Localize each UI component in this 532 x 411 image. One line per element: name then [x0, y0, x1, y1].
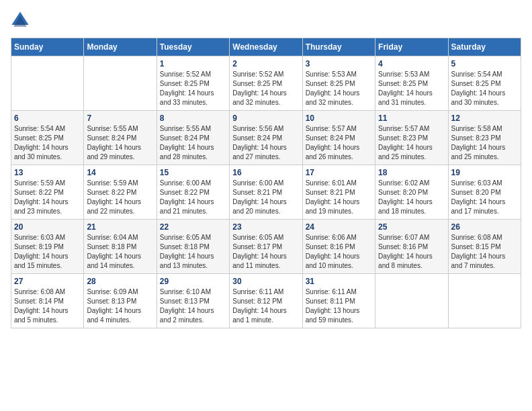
calendar-cell — [84, 56, 157, 111]
day-info: Sunrise: 6:09 AM Sunset: 8:13 PM Dayligh… — [87, 287, 153, 325]
calendar-cell: 29Sunrise: 6:10 AM Sunset: 8:13 PM Dayli… — [157, 274, 229, 328]
day-info: Sunrise: 5:53 AM Sunset: 8:25 PM Dayligh… — [378, 70, 445, 107]
calendar-cell: 12Sunrise: 5:58 AM Sunset: 8:23 PM Dayli… — [448, 111, 521, 165]
weekday-header-tuesday: Tuesday — [157, 38, 229, 56]
day-info: Sunrise: 5:58 AM Sunset: 8:23 PM Dayligh… — [451, 124, 518, 162]
day-info: Sunrise: 6:07 AM Sunset: 8:16 PM Dayligh… — [378, 233, 445, 271]
day-number: 1 — [160, 59, 226, 68]
day-number: 22 — [160, 222, 226, 232]
weekday-header-sunday: Sunday — [11, 38, 84, 56]
day-info: Sunrise: 6:00 AM Sunset: 8:22 PM Dayligh… — [160, 179, 226, 216]
calendar-cell: 24Sunrise: 6:06 AM Sunset: 8:16 PM Dayli… — [302, 220, 375, 274]
calendar-cell: 3Sunrise: 5:53 AM Sunset: 8:25 PM Daylig… — [302, 56, 375, 111]
calendar-week-1: 1Sunrise: 5:52 AM Sunset: 8:25 PM Daylig… — [11, 56, 521, 111]
day-info: Sunrise: 5:54 AM Sunset: 8:25 PM Dayligh… — [14, 124, 81, 162]
day-number: 14 — [87, 168, 153, 177]
day-info: Sunrise: 6:00 AM Sunset: 8:21 PM Dayligh… — [232, 179, 299, 216]
calendar-cell: 1Sunrise: 5:52 AM Sunset: 8:25 PM Daylig… — [157, 56, 229, 111]
calendar-cell: 6Sunrise: 5:54 AM Sunset: 8:25 PM Daylig… — [11, 111, 84, 165]
logo — [11, 11, 32, 30]
calendar-cell: 16Sunrise: 6:00 AM Sunset: 8:21 PM Dayli… — [230, 165, 302, 220]
day-number: 26 — [451, 222, 518, 232]
day-info: Sunrise: 5:54 AM Sunset: 8:25 PM Dayligh… — [451, 70, 518, 107]
calendar-cell: 4Sunrise: 5:53 AM Sunset: 8:25 PM Daylig… — [375, 56, 448, 111]
day-number: 4 — [378, 59, 445, 68]
calendar-cell: 28Sunrise: 6:09 AM Sunset: 8:13 PM Dayli… — [84, 274, 157, 328]
calendar-cell — [11, 56, 84, 111]
day-number: 23 — [232, 222, 299, 232]
calendar-cell: 7Sunrise: 5:55 AM Sunset: 8:24 PM Daylig… — [84, 111, 157, 165]
calendar-cell: 14Sunrise: 5:59 AM Sunset: 8:22 PM Dayli… — [84, 165, 157, 220]
weekday-header-wednesday: Wednesday — [230, 38, 302, 56]
calendar-cell: 20Sunrise: 6:03 AM Sunset: 8:19 PM Dayli… — [11, 220, 84, 274]
day-info: Sunrise: 6:10 AM Sunset: 8:13 PM Dayligh… — [160, 287, 226, 325]
calendar-table: SundayMondayTuesdayWednesdayThursdayFrid… — [11, 38, 521, 328]
day-number: 20 — [14, 222, 81, 232]
page-header — [11, 11, 521, 30]
day-number: 11 — [378, 113, 445, 123]
calendar-cell: 8Sunrise: 5:55 AM Sunset: 8:24 PM Daylig… — [157, 111, 229, 165]
day-info: Sunrise: 6:04 AM Sunset: 8:18 PM Dayligh… — [87, 233, 153, 271]
calendar-cell: 31Sunrise: 6:11 AM Sunset: 8:11 PM Dayli… — [302, 274, 375, 328]
day-number: 13 — [14, 168, 81, 177]
calendar-week-5: 27Sunrise: 6:08 AM Sunset: 8:14 PM Dayli… — [11, 274, 521, 328]
day-number: 5 — [451, 59, 518, 68]
weekday-header-row: SundayMondayTuesdayWednesdayThursdayFrid… — [11, 38, 521, 56]
calendar-cell — [375, 274, 448, 328]
day-info: Sunrise: 6:05 AM Sunset: 8:17 PM Dayligh… — [232, 233, 299, 271]
calendar-cell: 13Sunrise: 5:59 AM Sunset: 8:22 PM Dayli… — [11, 165, 84, 220]
calendar-week-3: 13Sunrise: 5:59 AM Sunset: 8:22 PM Dayli… — [11, 165, 521, 220]
weekday-header-monday: Monday — [84, 38, 157, 56]
calendar-cell: 11Sunrise: 5:57 AM Sunset: 8:23 PM Dayli… — [375, 111, 448, 165]
logo-icon — [11, 11, 30, 30]
calendar-cell: 30Sunrise: 6:11 AM Sunset: 8:12 PM Dayli… — [230, 274, 302, 328]
day-info: Sunrise: 5:55 AM Sunset: 8:24 PM Dayligh… — [160, 124, 226, 162]
day-info: Sunrise: 6:01 AM Sunset: 8:21 PM Dayligh… — [306, 179, 372, 216]
day-info: Sunrise: 5:59 AM Sunset: 8:22 PM Dayligh… — [14, 179, 81, 216]
calendar-cell: 17Sunrise: 6:01 AM Sunset: 8:21 PM Dayli… — [302, 165, 375, 220]
day-number: 19 — [451, 168, 518, 177]
day-info: Sunrise: 5:55 AM Sunset: 8:24 PM Dayligh… — [87, 124, 153, 162]
day-number: 18 — [378, 168, 445, 177]
day-info: Sunrise: 6:11 AM Sunset: 8:11 PM Dayligh… — [306, 287, 372, 325]
day-info: Sunrise: 5:56 AM Sunset: 8:24 PM Dayligh… — [232, 124, 299, 162]
day-number: 29 — [160, 277, 226, 286]
calendar-cell: 10Sunrise: 5:57 AM Sunset: 8:24 PM Dayli… — [302, 111, 375, 165]
day-number: 7 — [87, 113, 153, 123]
day-number: 24 — [306, 222, 372, 232]
day-info: Sunrise: 5:57 AM Sunset: 8:24 PM Dayligh… — [306, 124, 372, 162]
calendar-cell: 22Sunrise: 6:05 AM Sunset: 8:18 PM Dayli… — [157, 220, 229, 274]
day-number: 17 — [306, 168, 372, 177]
day-number: 30 — [232, 277, 299, 286]
day-info: Sunrise: 6:05 AM Sunset: 8:18 PM Dayligh… — [160, 233, 226, 271]
day-number: 12 — [451, 113, 518, 123]
day-number: 8 — [160, 113, 226, 123]
day-number: 31 — [306, 277, 372, 286]
day-number: 3 — [306, 59, 372, 68]
calendar-cell: 26Sunrise: 6:08 AM Sunset: 8:15 PM Dayli… — [448, 220, 521, 274]
day-info: Sunrise: 6:03 AM Sunset: 8:20 PM Dayligh… — [451, 179, 518, 216]
day-number: 2 — [232, 59, 299, 68]
day-info: Sunrise: 6:02 AM Sunset: 8:20 PM Dayligh… — [378, 179, 445, 216]
day-number: 28 — [87, 277, 153, 286]
calendar-week-4: 20Sunrise: 6:03 AM Sunset: 8:19 PM Dayli… — [11, 220, 521, 274]
calendar-cell: 25Sunrise: 6:07 AM Sunset: 8:16 PM Dayli… — [375, 220, 448, 274]
calendar-cell: 15Sunrise: 6:00 AM Sunset: 8:22 PM Dayli… — [157, 165, 229, 220]
day-info: Sunrise: 6:03 AM Sunset: 8:19 PM Dayligh… — [14, 233, 81, 271]
day-info: Sunrise: 6:08 AM Sunset: 8:14 PM Dayligh… — [14, 287, 81, 325]
calendar-cell — [448, 274, 521, 328]
day-number: 10 — [306, 113, 372, 123]
day-number: 15 — [160, 168, 226, 177]
calendar-cell: 27Sunrise: 6:08 AM Sunset: 8:14 PM Dayli… — [11, 274, 84, 328]
day-number: 21 — [87, 222, 153, 232]
calendar-cell: 2Sunrise: 5:52 AM Sunset: 8:25 PM Daylig… — [230, 56, 302, 111]
day-number: 25 — [378, 222, 445, 232]
calendar-cell: 19Sunrise: 6:03 AM Sunset: 8:20 PM Dayli… — [448, 165, 521, 220]
day-info: Sunrise: 6:11 AM Sunset: 8:12 PM Dayligh… — [232, 287, 299, 325]
weekday-header-thursday: Thursday — [302, 38, 375, 56]
day-info: Sunrise: 5:53 AM Sunset: 8:25 PM Dayligh… — [306, 70, 372, 107]
day-info: Sunrise: 5:57 AM Sunset: 8:23 PM Dayligh… — [378, 124, 445, 162]
weekday-header-saturday: Saturday — [448, 38, 521, 56]
day-info: Sunrise: 5:52 AM Sunset: 8:25 PM Dayligh… — [160, 70, 226, 107]
day-info: Sunrise: 6:08 AM Sunset: 8:15 PM Dayligh… — [451, 233, 518, 271]
